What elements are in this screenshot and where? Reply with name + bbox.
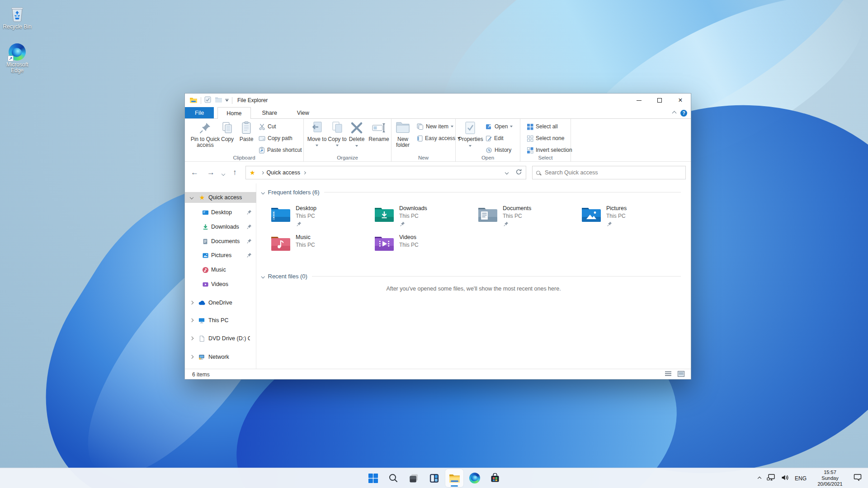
maximize-button[interactable] (649, 94, 670, 107)
folder-tile-desktop[interactable]: Desktop This PC (270, 205, 368, 230)
details-view-icon[interactable] (665, 371, 671, 378)
sidebar-item-desktop[interactable]: Desktop (185, 207, 256, 218)
forward-button[interactable]: → (207, 168, 215, 177)
folder-tile-videos[interactable]: Videos This PC (374, 234, 471, 259)
search-button[interactable] (384, 469, 402, 487)
show-hidden-icons-chevron[interactable] (758, 476, 761, 480)
move-to-label: Move to (307, 136, 327, 142)
folder-tile-downloads[interactable]: Downloads This PC (374, 205, 471, 230)
invert-selection-button[interactable]: Invert selection (527, 145, 572, 155)
help-icon[interactable]: ? (680, 110, 687, 117)
folder-tile-music[interactable]: Music This PC (270, 234, 368, 259)
qat-properties-icon[interactable] (204, 96, 211, 104)
taskbar-store-button[interactable] (486, 469, 504, 487)
sidebar-item-this-pc[interactable]: This PC (185, 315, 256, 326)
folder-tile-pictures[interactable]: Pictures This PC (581, 205, 678, 230)
edit-button[interactable]: Edit (486, 133, 504, 143)
copy-path-button[interactable]: Copy path (259, 133, 292, 143)
minimize-ribbon-icon[interactable] (672, 111, 677, 115)
sidebar-item-music[interactable]: Music (185, 264, 256, 275)
group-label-organize: Organize (304, 155, 391, 160)
breadcrumb-chevron-icon[interactable] (261, 171, 264, 174)
sidebar-item-videos[interactable]: Videos (185, 279, 256, 290)
group-label-clipboard: Clipboard (185, 155, 303, 160)
downloads-icon (201, 223, 209, 231)
language-indicator[interactable]: ENG (795, 475, 807, 482)
open-button[interactable]: Open (486, 122, 513, 131)
volume-tray-icon[interactable] (781, 474, 789, 483)
file-explorer-icon (449, 474, 460, 483)
search-input[interactable] (545, 169, 682, 176)
expand-chevron-icon[interactable] (190, 319, 193, 322)
collapse-chevron-icon[interactable] (190, 196, 193, 199)
new-folder-button[interactable]: New folder (392, 121, 414, 148)
breadcrumb-quick-access[interactable]: Quick access (267, 169, 300, 176)
breadcrumb-chevron-icon[interactable] (303, 171, 306, 174)
up-button[interactable]: ↑ (233, 168, 237, 177)
desktop-folder-icon (270, 206, 291, 225)
tab-home[interactable]: Home (217, 107, 250, 119)
qat-customize-dropdown-icon[interactable] (225, 99, 229, 102)
sidebar-item-network[interactable]: Network (185, 352, 256, 362)
copy-to-label: Copy to (328, 136, 346, 142)
open-icon (486, 123, 492, 130)
sidebar-item-pictures[interactable]: Pictures (185, 250, 256, 261)
sidebar-item-dvd-drive[interactable]: DVD Drive (D:) CCCC (185, 333, 256, 344)
sidebar-item-label: Pictures (211, 252, 231, 258)
taskbar-file-explorer-button[interactable] (445, 469, 463, 487)
frequent-folders-header[interactable]: Frequent folders (6) (256, 189, 691, 196)
expand-chevron-icon[interactable] (190, 301, 193, 305)
widgets-button[interactable] (425, 469, 443, 487)
notifications-icon[interactable] (854, 474, 862, 483)
sidebar-item-downloads[interactable]: Downloads (185, 221, 256, 232)
sidebar-item-quick-access[interactable]: ★ Quick access (185, 192, 256, 203)
qat-new-folder-icon[interactable] (215, 97, 222, 104)
desktop-icon-recycle-bin[interactable]: Recycle Bin (0, 5, 34, 30)
collapse-chevron-icon[interactable] (261, 275, 265, 278)
tab-file[interactable]: File (185, 107, 214, 118)
tab-view[interactable]: View (288, 107, 318, 118)
folder-tile-documents[interactable]: Documents This PC (477, 205, 575, 230)
easy-access-button[interactable]: Easy access (417, 133, 460, 143)
new-item-button[interactable]: New item (417, 122, 453, 131)
address-bar[interactable]: ★ Quick access (245, 166, 526, 179)
network-tray-icon[interactable] (767, 474, 775, 483)
properties-button[interactable]: Properties (458, 121, 482, 149)
pictures-folder-icon (581, 206, 602, 225)
sidebar-item-documents[interactable]: Documents (185, 236, 256, 247)
titlebar[interactable]: File Explorer × (185, 94, 691, 107)
paste-button[interactable]: Paste (236, 121, 256, 142)
move-to-button[interactable]: Move to (307, 121, 327, 148)
select-none-button[interactable]: Select none (527, 133, 564, 143)
select-all-button[interactable]: Select all (527, 122, 558, 131)
cut-button[interactable]: Cut (259, 122, 276, 131)
tab-share[interactable]: Share (254, 107, 286, 118)
collapse-chevron-icon[interactable] (261, 191, 265, 194)
taskbar-clock[interactable]: 15:57 Sunday 20/06/2021 (812, 469, 848, 487)
copy-button[interactable]: Copy (217, 121, 237, 142)
history-button[interactable]: History (486, 145, 511, 155)
start-button[interactable] (364, 469, 382, 487)
taskbar-edge-button[interactable] (466, 469, 484, 487)
paste-shortcut-button[interactable]: Paste shortcut (259, 145, 302, 155)
address-dropdown-icon[interactable] (505, 171, 509, 174)
desktop-icon-microsoft-edge[interactable]: ↗ Microsoft Edge (0, 43, 34, 74)
sidebar-item-onedrive[interactable]: OneDrive (185, 297, 256, 308)
expand-chevron-icon[interactable] (190, 355, 193, 359)
delete-button[interactable]: Delete (347, 121, 367, 149)
task-view-button[interactable] (405, 469, 423, 487)
copy-to-button[interactable]: Copy to (327, 121, 347, 148)
edit-label: Edit (494, 135, 504, 141)
refresh-icon[interactable] (515, 169, 522, 177)
search-box[interactable] (532, 166, 686, 179)
recent-locations-dropdown-icon[interactable] (222, 172, 225, 176)
folder-tile-location: This PC (503, 213, 522, 219)
folder-tile-name: Documents (503, 205, 531, 211)
expand-chevron-icon[interactable] (190, 337, 193, 340)
recent-files-header[interactable]: Recent files (0) (256, 273, 691, 280)
back-button[interactable]: ← (191, 168, 198, 177)
close-button[interactable]: × (670, 94, 691, 107)
minimize-button[interactable] (628, 94, 649, 107)
large-icons-view-icon[interactable] (678, 371, 684, 378)
rename-button[interactable]: Rename (367, 121, 391, 142)
